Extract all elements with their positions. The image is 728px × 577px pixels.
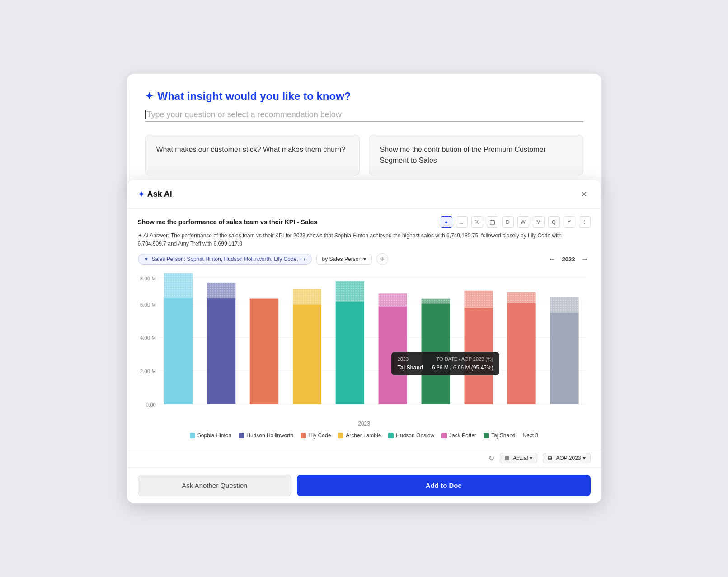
- chart-x-label: 2023: [138, 421, 591, 427]
- bar-archer-actual[interactable]: [292, 304, 321, 404]
- bar-taj-actual[interactable]: [421, 303, 450, 404]
- insight-card: ✦ What insight would you like to know? T…: [127, 74, 601, 194]
- bar-p8-actual[interactable]: [464, 308, 493, 404]
- d-ctrl-btn[interactable]: D: [502, 216, 514, 228]
- aop-chevron-icon: ▾: [583, 455, 586, 461]
- legend-item-sophia[interactable]: Sophia Hinton: [190, 432, 231, 439]
- insight-placeholder: Type your question or select a recommend…: [147, 110, 342, 119]
- funnel-icon: ▼: [144, 256, 149, 262]
- legend-item-hudson-h[interactable]: Hudson Hollinworth: [239, 432, 293, 439]
- outer-wrapper: ✦ What insight would you like to know? T…: [127, 74, 601, 503]
- legend-dot-jack: [441, 433, 447, 438]
- legend-label-lily: Lily Code: [308, 432, 331, 439]
- suggestion-card-1[interactable]: What makes our customer stick? What make…: [145, 135, 360, 175]
- year-label: 2023: [562, 256, 575, 263]
- legend-label-hudson-h: Hudson Hollinworth: [246, 432, 293, 439]
- modal-close-button[interactable]: ×: [578, 187, 591, 201]
- legend-label-next3: Next 3: [522, 432, 538, 439]
- legend-dot-hudson-o: [388, 433, 394, 438]
- x-label-text: 2023: [358, 421, 370, 427]
- legend-dot-hudson-h: [239, 433, 244, 438]
- legend-dot-taj: [484, 433, 489, 438]
- refresh-icon[interactable]: ↻: [488, 454, 494, 463]
- bar-taj-aop-dots: [421, 299, 450, 304]
- chart-bottom-controls: ↻ Actual ▾ ⊞ AOP 2023 ▾: [127, 449, 601, 467]
- add-to-doc-button[interactable]: Add to Doc: [297, 475, 590, 496]
- m-ctrl-btn[interactable]: M: [533, 216, 545, 228]
- legend-item-jack[interactable]: Jack Potter: [441, 432, 476, 439]
- w-ctrl-btn[interactable]: W: [517, 216, 529, 228]
- insight-title: ✦ What insight would you like to know?: [145, 90, 583, 103]
- suggestion-card-2[interactable]: Show me the contribution of the Premium …: [369, 135, 583, 175]
- calendar-ctrl-btn[interactable]: [487, 216, 498, 228]
- svg-text:2.00 M: 2.00 M: [140, 368, 155, 374]
- ask-another-button[interactable]: Ask Another Question: [138, 475, 292, 496]
- square-ctrl-btn[interactable]: □: [456, 216, 468, 228]
- legend-item-lily[interactable]: Lily Code: [301, 432, 331, 439]
- svg-rect-0: [490, 220, 495, 225]
- percent-ctrl-btn[interactable]: %: [471, 216, 483, 228]
- legend-item-hudson-o[interactable]: Hudson Onslow: [388, 432, 434, 439]
- actual-label: Actual: [513, 455, 528, 461]
- legend-label-hudson-o: Hudson Onslow: [396, 432, 434, 439]
- modal-title-text: Ask AI: [147, 189, 172, 199]
- svg-text:6.00 M: 6.00 M: [140, 302, 155, 307]
- cursor-bar: [145, 110, 146, 119]
- actual-toggle-button[interactable]: Actual ▾: [500, 453, 537, 463]
- actual-color-swatch: [505, 456, 509, 460]
- bar-p10-actual[interactable]: [550, 312, 578, 404]
- chart-area: 8.00 M 6.00 M 4.00 M 2.00 M 0.00: [138, 272, 591, 417]
- bar-hudson-h-actual[interactable]: [207, 298, 235, 404]
- aop-grid-icon: ⊞: [548, 455, 552, 461]
- year-nav: ← 2023 →: [547, 255, 591, 263]
- bar-p10-aop-dots: [550, 297, 578, 313]
- circle-ctrl-btn[interactable]: ●: [441, 216, 452, 228]
- modal-footer: Ask Another Question Add to Doc: [127, 467, 601, 503]
- q-ctrl-btn[interactable]: Q: [548, 216, 560, 228]
- next-year-button[interactable]: →: [580, 255, 591, 263]
- svg-text:8.00 M: 8.00 M: [140, 275, 155, 281]
- legend-item-taj[interactable]: Taj Shand: [484, 432, 515, 439]
- bar-hudson-o-actual[interactable]: [335, 302, 364, 404]
- modal-header: ✦ Ask AI ×: [127, 180, 601, 209]
- insight-title-text: What insight would you like to know?: [158, 90, 351, 103]
- suggestion-cards-container: What makes our customer stick? What make…: [145, 135, 583, 175]
- sparkle-icon: ✦: [145, 90, 153, 102]
- chart-svg: 8.00 M 6.00 M 4.00 M 2.00 M 0.00: [138, 272, 591, 417]
- ai-answer-text: ✦ AI Answer: The performance of the sale…: [138, 232, 591, 248]
- bar-hudson-h-aop-dots: [207, 283, 235, 298]
- bar-sophia-actual[interactable]: [164, 298, 193, 404]
- chart-legend: Sophia Hinton Hudson Hollinworth Lily Co…: [138, 430, 591, 443]
- prev-year-button[interactable]: ←: [547, 255, 558, 263]
- ask-ai-modal: ✦ Ask AI × Show me the performance of sa…: [127, 180, 601, 503]
- aop-label: AOP 2023: [556, 455, 581, 461]
- bar-lily-base: [249, 299, 278, 404]
- bar-p8-aop-dots: [464, 291, 493, 308]
- bar-p9-actual[interactable]: [507, 303, 535, 404]
- add-filter-button[interactable]: +: [376, 253, 388, 265]
- bar-sophia-aop-dots: [164, 273, 193, 298]
- svg-text:0.00: 0.00: [146, 402, 156, 407]
- legend-dot-sophia: [190, 433, 195, 438]
- legend-item-next3[interactable]: Next 3: [522, 432, 538, 439]
- insight-input-line[interactable]: Type your question or select a recommend…: [145, 110, 583, 122]
- legend-label-sophia: Sophia Hinton: [197, 432, 231, 439]
- group-by-button[interactable]: by Sales Person ▾: [316, 254, 372, 265]
- bar-archer-aop-dots: [292, 289, 321, 305]
- chart-title-row: Show me the performance of sales team vs…: [138, 216, 591, 228]
- legend-item-archer[interactable]: Archer Lamble: [338, 432, 381, 439]
- modal-sparkle-icon: ✦: [138, 189, 145, 199]
- bar-jack-actual[interactable]: [378, 307, 407, 404]
- actual-chevron-icon: ▾: [530, 455, 532, 461]
- y-ctrl-btn[interactable]: Y: [564, 216, 575, 228]
- filter-tag[interactable]: ▼ Sales Person: Sophia Hinton, Hudson Ho…: [138, 254, 312, 265]
- more-ctrl-btn[interactable]: ⋮: [579, 216, 591, 228]
- chart-section: Show me the performance of sales team vs…: [127, 209, 601, 449]
- aop-toggle-button[interactable]: ⊞ AOP 2023 ▾: [543, 453, 590, 463]
- bar-p9-aop-dots: [507, 292, 535, 303]
- legend-label-archer: Archer Lamble: [346, 432, 381, 439]
- legend-label-jack: Jack Potter: [449, 432, 476, 439]
- chevron-down-icon: ▾: [363, 256, 366, 262]
- chart-title: Show me the performance of sales team vs…: [138, 218, 318, 226]
- filter-tag-text: Sales Person: Sophia Hinton, Hudson Holl…: [151, 256, 305, 262]
